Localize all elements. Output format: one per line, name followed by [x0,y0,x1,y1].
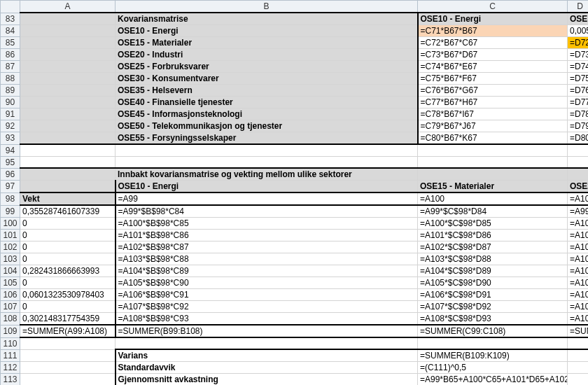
cell-D111[interactable] [568,349,589,362]
cell-A100[interactable]: 0 [20,218,115,230]
row-header[interactable]: 86 [1,49,20,61]
row-header[interactable]: 101 [1,230,20,241]
cell-C85[interactable]: =C72*B67*C67 [418,37,568,49]
cell-C83[interactable]: OSE10 - Energi [418,13,568,25]
cell-C95[interactable] [418,156,568,168]
cell-D88[interactable]: =D75 [568,73,589,85]
row-header[interactable]: 83 [1,13,20,25]
row-header[interactable]: 97 [1,181,20,193]
cell-B85[interactable]: OSE15 - Materialer [115,37,418,49]
cell-C112[interactable]: =(C111)^0,5 [418,362,568,374]
cell-A108[interactable]: 0,302148317754359 [20,313,115,326]
cell-D99[interactable]: =A99 [568,205,589,218]
cell-A98[interactable]: Vekt [20,192,115,205]
cell-B90[interactable]: OSE40 - Finansielle tjenester [115,97,418,108]
cell-D100[interactable]: =A100 [568,218,589,230]
cell-B106[interactable]: =A106*$B$98*C91 [115,289,418,301]
cell-A107[interactable]: 0 [20,301,115,313]
cell-A113[interactable] [20,374,115,386]
cell-B105[interactable]: =A105*$B$98*C90 [115,277,418,289]
cell-A85[interactable] [20,37,115,49]
row-header[interactable]: 104 [1,265,20,277]
row-header[interactable]: 109 [1,325,20,337]
cell-A94[interactable] [20,144,115,156]
cell-B110[interactable] [115,337,418,349]
cell-C99[interactable]: =A99*$C$98*D84 [418,205,568,218]
row-header[interactable]: 106 [1,289,20,301]
cell-C101[interactable]: =A101*$C$98*D86 [418,230,568,241]
row-header[interactable]: 90 [1,97,20,108]
cell-B86[interactable]: OSE20 - Industri [115,49,418,61]
cell-C108[interactable]: =A108*$C$98*D93 [418,313,568,326]
cell-D93[interactable]: =D80 [568,132,589,145]
cell-D109[interactable]: =SUM [568,325,589,337]
cell-A89[interactable] [20,85,115,97]
row-header[interactable]: 93 [1,132,20,145]
row-header[interactable]: 102 [1,241,20,253]
row-header[interactable]: 98 [1,192,20,205]
cell-B84[interactable]: OSE10 - Energi [115,25,418,37]
cell-B95[interactable] [115,156,418,168]
row-header[interactable]: 112 [1,362,20,374]
cell-C86[interactable]: =C73*B67*D67 [418,49,568,61]
cell-A92[interactable] [20,120,115,132]
cell-B101[interactable]: =A101*$B$98*C86 [115,230,418,241]
spreadsheet-grid[interactable]: A B C D 83 Kovariansmatrise OSE10 - Ener… [0,0,588,385]
row-header[interactable]: 108 [1,313,20,326]
cell-D92[interactable]: =D79 [568,120,589,132]
cell-B100[interactable]: =A100*$B$98*C85 [115,218,418,230]
cell-C88[interactable]: =C75*B67*F67 [418,73,568,85]
cell-C113[interactable]: =A99*B65+A100*C65+A101*D65+A102*E [418,374,568,386]
cell-B108[interactable]: =A108*$B$98*C93 [115,313,418,326]
cell-C91[interactable]: =C78*B67*I67 [418,108,568,120]
cell-C92[interactable]: =C79*B67*J67 [418,120,568,132]
cell-C110[interactable] [418,337,568,349]
row-header[interactable]: 88 [1,73,20,85]
row-header[interactable]: 99 [1,205,20,218]
cell-D101[interactable]: =A101 [568,230,589,241]
cell-D96[interactable] [568,168,589,181]
cell-B93[interactable]: OSE55 - Forsyningsselskaper [115,132,418,145]
cell-C103[interactable]: =A103*$C$98*D88 [418,253,568,265]
cell-C107[interactable]: =A107*$C$98*D92 [418,301,568,313]
cell-B92[interactable]: OSE50 - Telekommunikasjon og tjenester [115,120,418,132]
row-header[interactable]: 113 [1,374,20,386]
cell-B107[interactable]: =A107*$B$98*C92 [115,301,418,313]
cell-C105[interactable]: =A105*$C$98*D90 [418,277,568,289]
cell-C90[interactable]: =C77*B67*H67 [418,97,568,108]
row-header[interactable]: 92 [1,120,20,132]
cell-B87[interactable]: OSE25 - Forbruksvarer [115,61,418,73]
cell-C111[interactable]: =SUMMER(B109:K109) [418,349,568,362]
cell-D91[interactable]: =D78 [568,108,589,120]
row-header[interactable]: 84 [1,25,20,37]
row-header[interactable]: 103 [1,253,20,265]
cell-B113[interactable]: Gjennomsnitt avkastning [115,374,418,386]
cell-D103[interactable]: =A103 [568,253,589,265]
cell-C94[interactable] [418,144,568,156]
cell-C93[interactable]: =C80*B67*K67 [418,132,568,145]
cell-A84[interactable] [20,25,115,37]
cell-C97[interactable]: OSE15 - Materialer [418,181,568,193]
cell-A83[interactable] [20,13,115,25]
cell-B91[interactable]: OSE45 - Informasjonsteknologi [115,108,418,120]
cell-A105[interactable]: 0 [20,277,115,289]
cell-B99[interactable]: =A99*$B$98*C84 [115,205,418,218]
corner-cell[interactable] [1,1,20,13]
cell-D104[interactable]: =A104 [568,265,589,277]
col-header-A[interactable]: A [20,1,115,13]
cell-C84[interactable]: =C71*B67*B67 [418,25,568,37]
cell-A103[interactable]: 0 [20,253,115,265]
cell-D112[interactable] [568,362,589,374]
cell-D105[interactable]: =A105 [568,277,589,289]
cell-B94[interactable] [115,144,418,156]
cell-D90[interactable]: =D77 [568,97,589,108]
cell-C100[interactable]: =A100*$C$98*D85 [418,218,568,230]
cell-B102[interactable]: =A102*$B$98*C87 [115,241,418,253]
cell-D108[interactable]: =A108 [568,313,589,326]
cell-D113[interactable] [568,374,589,386]
cell-A106[interactable]: 0,0601323530978403 [20,289,115,301]
row-header[interactable]: 94 [1,144,20,156]
cell-A97[interactable] [20,181,115,193]
cell-C89[interactable]: =C76*B67*G67 [418,85,568,97]
cell-D95[interactable] [568,156,589,168]
